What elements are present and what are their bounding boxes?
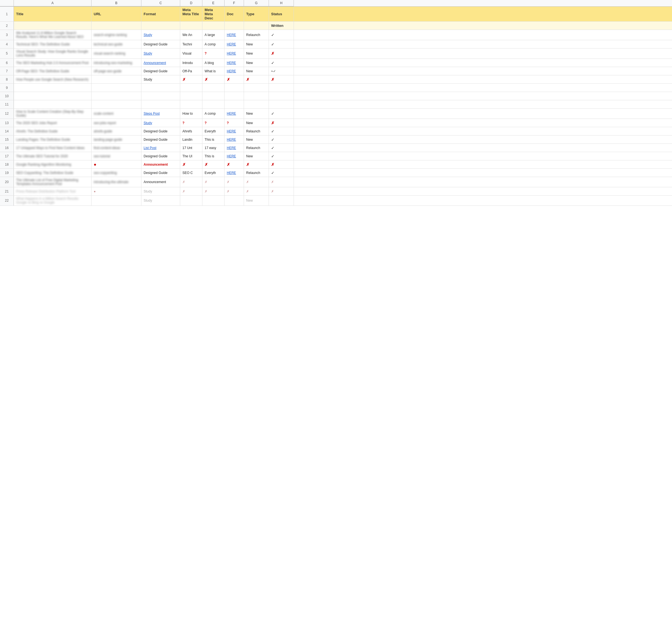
row11-h	[269, 100, 294, 108]
table-row: 16 17 Untapped Ways to Find New Content …	[0, 144, 672, 152]
header-format: Format	[141, 7, 180, 21]
row18-meta-desc: ✗	[203, 160, 225, 168]
row17-doc[interactable]: HERE	[225, 152, 244, 160]
row3-meta-desc: A large	[203, 30, 225, 40]
table-row: 22 What Happens in a Million Search Resu…	[0, 196, 672, 206]
table-row: 17 The Ultimate SEO Tutorial for 2020 se…	[0, 152, 672, 160]
row18-title: Google Ranking Algorithm Monitoring	[14, 160, 92, 168]
row3-url: search-engine-ranking	[92, 30, 141, 40]
row16-title: 17 Untapped Ways to Find New Content Ide…	[14, 144, 92, 152]
row-num-8: 8	[0, 75, 14, 83]
row15-meta-desc: This is	[203, 136, 225, 143]
row13-type: New	[244, 119, 269, 127]
row19-url: seo-copywriting	[92, 169, 141, 177]
row12-doc[interactable]: HERE	[225, 108, 244, 119]
header-meta-desc: Meta Meta Desc	[203, 7, 225, 21]
table-row: 21 Press Release Distribution Platform T…	[0, 187, 672, 196]
row15-status: ✓	[269, 136, 294, 143]
row4-format: Designed Guide	[141, 40, 180, 48]
row16-format[interactable]: List Post	[141, 144, 180, 152]
row3-doc[interactable]: HERE	[225, 30, 244, 40]
row4-status: ✓	[269, 40, 294, 48]
row22-type: New	[244, 196, 269, 205]
row5-doc[interactable]: HERE	[225, 48, 244, 58]
row18-doc: ✗	[225, 160, 244, 168]
row19-format: Designed Guide	[141, 169, 180, 177]
row12-status: ✓	[269, 108, 294, 119]
row10-h	[269, 92, 294, 100]
spreadsheet: A B C D E F G H 1 Title URL Format Meta …	[0, 0, 672, 206]
row-num-22: 22	[0, 196, 14, 205]
table-row: 9	[0, 84, 672, 92]
row14-type: Relaunch	[244, 127, 269, 135]
row6-meta-title: Introdu	[180, 59, 203, 67]
row20-meta-title: ✗	[180, 177, 203, 187]
table-row: 5 Visual Search Study: How Google Ranks …	[0, 48, 672, 59]
row13-format[interactable]: Study	[141, 119, 180, 127]
row14-status: ✓	[269, 127, 294, 135]
row-num-9: 9	[0, 84, 14, 92]
row7-doc[interactable]: HERE	[225, 67, 244, 75]
row6-doc[interactable]: HERE	[225, 59, 244, 67]
row5-type: New	[244, 48, 269, 58]
row10-format	[141, 92, 180, 100]
row11-f	[225, 100, 244, 108]
row3-meta-title: We An	[180, 30, 203, 40]
row12-title: How to Scale Content Creation (Step-By-S…	[14, 108, 92, 119]
row4-url: technical-seo-guide	[92, 40, 141, 48]
row22-format: Study	[141, 196, 180, 205]
row6-type: New	[244, 59, 269, 67]
row9-url	[92, 84, 141, 92]
row16-meta-title: 17 Unt	[180, 144, 203, 152]
column-headers: A B C D E F G H	[0, 0, 672, 7]
row9-title	[14, 84, 92, 92]
row20-doc: ✗	[225, 177, 244, 187]
col-header-c: C	[141, 0, 180, 6]
row14-meta-title: Ahrefs	[180, 127, 203, 135]
header-row-1: 1 Title URL Format Meta Meta Title Meta …	[0, 7, 672, 22]
corner-cell	[0, 0, 14, 6]
row2-written: Written	[269, 22, 294, 29]
col-header-f: F	[225, 0, 244, 6]
header-status: Status	[269, 7, 294, 21]
row7-status: ≈✓	[269, 67, 294, 75]
row22-meta-title	[180, 196, 203, 205]
row19-meta-title: SEO C	[180, 169, 203, 177]
row4-type: New	[244, 40, 269, 48]
row19-doc[interactable]: HERE	[225, 169, 244, 177]
row-num-3: 3	[0, 30, 14, 40]
row-num-20: 20	[0, 177, 14, 187]
table-row: 3 We Analyzed 11.8 Million Google Search…	[0, 30, 672, 40]
row12-url: scale-content	[92, 108, 141, 119]
table-row: 18 Google Ranking Algorithm Monitoring ●…	[0, 160, 672, 169]
row3-status: ✓	[269, 30, 294, 40]
row16-doc[interactable]: HERE	[225, 144, 244, 152]
row15-title: Landing Pages: The Definitive Guide	[14, 136, 92, 143]
row8-meta-title: ✗	[180, 75, 203, 83]
row9-e	[203, 84, 225, 92]
row12-format[interactable]: Steps Post	[141, 108, 180, 119]
row22-doc	[225, 196, 244, 205]
row20-title: The Ultimate List of Free Digital Market…	[14, 177, 92, 187]
row3-type: Relaunch	[244, 30, 269, 40]
row3-format[interactable]: Study	[141, 30, 180, 40]
row14-doc[interactable]: HERE	[225, 127, 244, 135]
row10-g	[244, 92, 269, 100]
row-num-6: 6	[0, 59, 14, 67]
row21-meta-desc: ✗	[203, 187, 225, 195]
row19-meta-desc: Everyth	[203, 169, 225, 177]
row22-meta-desc	[203, 196, 225, 205]
row20-status: ✗	[269, 177, 294, 187]
row5-format[interactable]: Study	[141, 48, 180, 58]
row4-doc[interactable]: HERE	[225, 40, 244, 48]
row15-meta-title: Landin	[180, 136, 203, 143]
row-num-17: 17	[0, 152, 14, 160]
row21-url: ●	[92, 187, 141, 195]
row14-format: Designed Guide	[141, 127, 180, 135]
row17-title: The Ultimate SEO Tutorial for 2020	[14, 152, 92, 160]
row9-g	[244, 84, 269, 92]
row15-doc[interactable]: HERE	[225, 136, 244, 143]
row2-cell-a	[14, 22, 92, 29]
row6-format[interactable]: Announcement	[141, 59, 180, 67]
row16-url: find-content-ideas	[92, 144, 141, 152]
